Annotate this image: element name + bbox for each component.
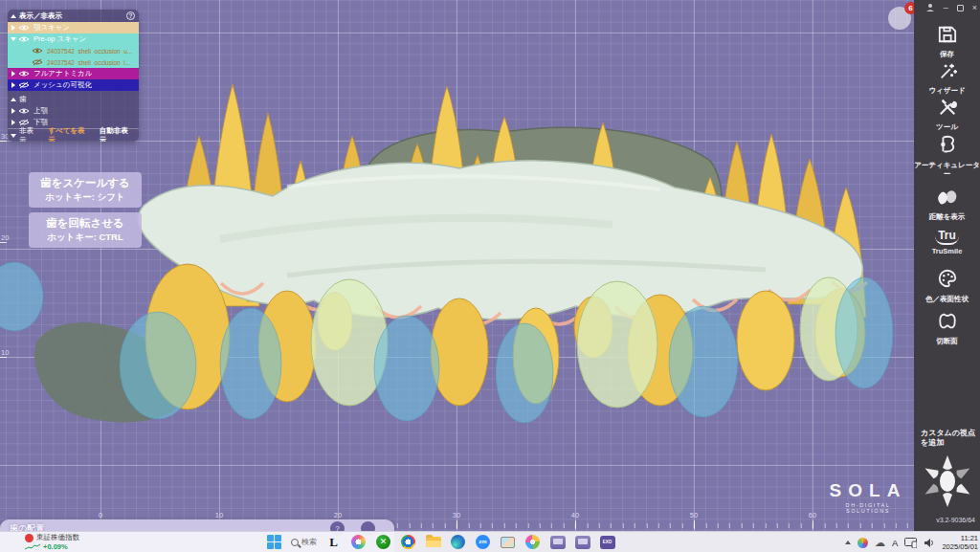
chevron-right-icon[interactable]	[11, 120, 15, 125]
search-button[interactable]: 検索	[291, 534, 317, 550]
app-xbox[interactable]: ✕	[375, 534, 391, 550]
tool-cross-section[interactable]: 切断面	[914, 310, 980, 345]
eye-off-icon[interactable]	[32, 58, 43, 66]
ruler-x-label: 0	[91, 511, 110, 519]
search-icon	[291, 539, 299, 546]
chevron-right-icon[interactable]	[11, 25, 15, 31]
layer-row-preop-scan[interactable]: Pre-op スキャン	[8, 33, 139, 45]
taskbar-clock[interactable]: 11:21 2025/05/01	[942, 534, 978, 552]
visibility-panel-header[interactable]: 表示／非表示 ?	[8, 10, 139, 22]
app-design[interactable]	[350, 534, 367, 550]
layer-row-upper-jaw[interactable]: 上顎	[8, 105, 139, 117]
app-explorer[interactable]	[425, 534, 441, 550]
minimize-button[interactable]: –	[944, 3, 948, 12]
add-custom-viewpoint-button[interactable]: カスタムの視点を追加	[921, 429, 976, 449]
app-zoom[interactable]: zm	[475, 534, 491, 550]
window-controls: – ×	[925, 3, 977, 12]
tool-label: 切断面	[914, 337, 980, 345]
app-display-tool[interactable]	[500, 534, 516, 550]
teeth-distance-icon	[936, 188, 959, 207]
eye-off-icon[interactable]	[18, 81, 30, 89]
tool-label: ウィザード	[914, 86, 980, 95]
ruler-tick	[813, 520, 813, 529]
tool-show-distance[interactable]: 距離を表示	[914, 188, 980, 221]
layer-row-teeth[interactable]: 歯	[8, 94, 139, 105]
trusmile-icon: Tru	[935, 229, 959, 245]
cast-icon[interactable]	[904, 538, 917, 548]
chevron-up-icon[interactable]	[11, 98, 16, 101]
eye-icon[interactable]	[18, 107, 30, 115]
tools-icon	[937, 98, 958, 117]
app-pinwheel[interactable]	[524, 534, 541, 550]
hidden-label[interactable]: 非表示	[19, 126, 40, 143]
stock-badge-icon	[25, 534, 33, 542]
chevron-down-icon[interactable]	[11, 37, 16, 41]
windows-logo-icon	[267, 535, 281, 549]
tool-articulator[interactable]: アーティキュレーター	[914, 134, 980, 179]
eye-icon[interactable]	[18, 70, 30, 77]
widgets-button[interactable]: 東証株価指数 +0.09%	[25, 533, 79, 551]
articulator-icon	[937, 134, 958, 155]
app-sola-window-2[interactable]	[574, 534, 590, 550]
user-icon[interactable]	[925, 3, 935, 12]
eye-icon[interactable]	[18, 24, 30, 32]
maximize-button[interactable]	[957, 5, 964, 11]
tool-label: TruSmile	[914, 247, 980, 255]
save-icon	[937, 25, 958, 44]
tool-save[interactable]: 保存	[914, 25, 980, 58]
close-button[interactable]: ×	[972, 3, 977, 12]
notification-bubble[interactable]: 6	[888, 7, 911, 30]
tool-color-surface[interactable]: 色／表面性状	[914, 268, 980, 303]
ruler-tick	[575, 520, 576, 529]
sola-logo-title: SOLA	[825, 480, 911, 501]
clock-time: 11:21	[961, 534, 978, 542]
layer-row-jaw-scan[interactable]: 顎スキャン	[8, 22, 139, 33]
layer-label: 24037542_shell_occlusion_u...	[47, 48, 132, 55]
tool-label: 保存	[914, 50, 980, 58]
help-icon[interactable]: ?	[126, 11, 135, 20]
panel-title: 表示／非表示	[19, 11, 126, 21]
app-exo[interactable]: EXO	[599, 534, 615, 550]
app-sola-window-1[interactable]	[549, 534, 566, 550]
start-button[interactable]	[266, 534, 282, 550]
layer-row-mesh-visualization[interactable]: メッシュの可視化	[8, 79, 139, 91]
ruler-tick	[0, 357, 7, 358]
ruler-x-label: 40	[566, 511, 585, 519]
rotate-teeth-hint-button[interactable]: 歯を回転させる ホットキー: CTRL	[29, 212, 142, 248]
l-app-icon: L	[329, 535, 338, 550]
layer-label: 顎スキャン	[33, 23, 70, 33]
tool-trusmile[interactable]: Tru TruSmile	[914, 226, 980, 255]
version-label: v3.2-9036/64	[936, 517, 975, 523]
sola-logo-subtitle: DH-DIGITAL SOLUTIONS	[825, 502, 911, 514]
app-chrome[interactable]	[400, 534, 416, 550]
app-l[interactable]: L	[325, 534, 342, 550]
layer-label: 24037542_shell_occlusion_l...	[47, 59, 130, 66]
layer-row-full-anatomical[interactable]: フルアナトミカル	[8, 68, 139, 79]
app-edge[interactable]	[450, 534, 466, 550]
design-app-icon	[351, 535, 366, 549]
tool-wizard[interactable]: ウィザード	[914, 61, 980, 95]
purple-app-icon	[550, 536, 566, 549]
ruler-y-label: 20	[1, 233, 9, 242]
view-compass[interactable]	[922, 453, 973, 509]
eye-icon[interactable]	[32, 47, 43, 55]
wizard-wand-icon	[937, 61, 958, 80]
eye-icon[interactable]	[18, 35, 30, 43]
tray-color-app-icon[interactable]	[858, 538, 868, 548]
collapse-chevron-icon[interactable]	[11, 14, 16, 18]
show-all-button[interactable]: すべてを表示	[48, 126, 91, 143]
chevron-down-icon[interactable]	[11, 134, 16, 138]
chevron-right-icon[interactable]	[11, 82, 15, 88]
speaker-icon[interactable]	[924, 538, 935, 548]
chevron-right-icon[interactable]	[11, 71, 15, 77]
search-label: 検索	[301, 537, 317, 547]
scale-teeth-hint-button[interactable]: 歯をスケールする ホットキー: シフト	[29, 172, 142, 208]
layer-row-occlusion-lower[interactable]: 24037542_shell_occlusion_l...	[8, 56, 139, 68]
auto-hide-button[interactable]: 自動非表示	[100, 126, 135, 143]
layer-row-occlusion-upper[interactable]: 24037542_shell_occlusion_u...	[8, 45, 139, 56]
chevron-right-icon[interactable]	[11, 108, 15, 114]
tool-tools[interactable]: ツール	[914, 98, 980, 131]
tray-chevron-up-icon[interactable]	[845, 541, 851, 544]
onedrive-cloud-icon[interactable]: ☁	[875, 538, 885, 548]
ime-indicator[interactable]: A	[892, 538, 898, 548]
